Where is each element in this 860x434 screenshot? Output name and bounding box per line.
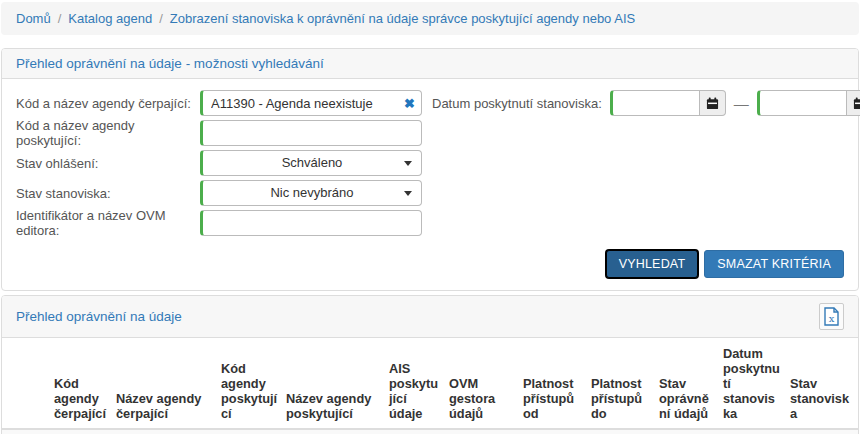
stav-stanoviska-select[interactable]: Nic nevybráno (200, 180, 422, 206)
agenda-cerpajici-field-wrap: ✖ (200, 90, 422, 116)
col-stav-stanoviska: Stav stanoviska (786, 338, 858, 429)
col-datum-poskytnuti-stanoviska: Datum poskytnutí stanoviska (719, 338, 786, 429)
agenda-poskytujici-field-wrap (200, 120, 422, 146)
date-range-group: Datum poskytnutí stanoviska: — (432, 90, 858, 116)
date-to-input[interactable] (757, 90, 847, 116)
col-actions (2, 338, 50, 429)
cell-platnost-do (587, 429, 655, 434)
stav-stanoviska-value: Nic nevybráno (270, 181, 353, 205)
table-row: A11390 Agenda neexistuje A116 Agenda ciz… (2, 429, 858, 434)
date-range-separator: — (734, 95, 749, 112)
chevron-down-icon (404, 161, 412, 166)
form-row-stav-ohlaseni: Stav ohlášení: Schváleno (16, 150, 844, 176)
col-ovm-gestora-udaju: OVM gestora údajů (445, 338, 519, 429)
col-kod-agendy-cerpajici: Kód agendy čerpající (50, 338, 112, 429)
stav-ohlaseni-select[interactable]: Schváleno (200, 150, 422, 176)
col-nazev-agendy-cerpajici: Název agendy čerpající (112, 338, 217, 429)
search-buttons-row: VYHLEDAT SMAZAT KRITÉRIA (16, 250, 844, 278)
results-panel-header: Přehled oprávnění na údaje x (2, 296, 858, 338)
datum-stanoviska-label: Datum poskytnutí stanoviska: (432, 96, 602, 111)
search-button[interactable]: VYHLEDAT (606, 250, 699, 278)
calendar-icon (706, 97, 719, 110)
breadcrumb-separator: / (58, 11, 62, 26)
form-row-stav-stanoviska: Stav stanoviska: Nic nevybráno (16, 180, 844, 206)
svg-text:x: x (829, 313, 835, 324)
ovm-editor-field-wrap (200, 210, 422, 236)
row-actions-cell (2, 429, 50, 434)
breadcrumb-home-link[interactable]: Domů (16, 11, 51, 26)
agenda-cerpajici-input[interactable] (203, 91, 421, 115)
breadcrumb: Domů / Katalog agend / Zobrazení stanovi… (1, 2, 859, 35)
breadcrumb-katalog-agend-link[interactable]: Katalog agend (68, 11, 152, 26)
search-panel: Přehled oprávnění na údaje - možnosti vy… (1, 48, 859, 291)
stav-ohlaseni-label: Stav ohlášení: (16, 156, 200, 171)
col-platnost-pristupu-do: Platnost přístupů do (587, 338, 655, 429)
cell-stav-stanoviska: Souhlasné stanovisko (786, 429, 858, 434)
clear-criteria-button[interactable]: SMAZAT KRITÉRIA (704, 250, 844, 278)
table-header-row: Kód agendy čerpající Název agendy čerpaj… (2, 338, 858, 429)
date-to-wrap (757, 90, 860, 116)
results-panel-title: Přehled oprávnění na údaje (16, 309, 182, 324)
results-table: Kód agendy čerpající Název agendy čerpaj… (2, 338, 858, 434)
cell-ovm-gestor: 00007064 - Ministerstvo vnitra (445, 429, 519, 434)
cell-stav-opravneni: Schváleno (655, 429, 719, 434)
ovm-editor-input[interactable] (203, 211, 421, 235)
calendar-button[interactable] (847, 90, 860, 116)
excel-export-icon: x (824, 307, 839, 326)
calendar-icon (853, 97, 860, 110)
ovm-editor-label: Identifikátor a název OVM editora: (16, 208, 200, 238)
col-nazev-agendy-poskytujici: Název agendy poskytující (282, 338, 385, 429)
stav-ohlaseni-value: Schváleno (282, 151, 343, 175)
cell-nazev-poskytujici: Agenda cizinecká a ochrany státních hran… (282, 429, 385, 434)
search-panel-title: Přehled oprávnění na údaje - možnosti vy… (16, 56, 324, 71)
cell-nazev-cerpajici: Agenda neexistuje (112, 429, 217, 434)
search-form: Kód a název agendy čerpající: ✖ Kód a ná… (2, 79, 858, 290)
cell-ais (385, 429, 445, 434)
cell-kod-cerpajici: A11390 (50, 429, 112, 434)
date-from-wrap (610, 90, 726, 116)
results-panel: Přehled oprávnění na údaje x Kód agendy … (1, 295, 859, 434)
col-ais-poskytujici-udaje: AIS poskytující údaje (385, 338, 445, 429)
form-row-ovm-editor: Identifikátor a název OVM editora: (16, 210, 844, 236)
col-platnost-pristupu-od: Platnost přístupů od (519, 338, 587, 429)
clear-icon[interactable]: ✖ (404, 97, 415, 110)
agenda-cerpajici-label: Kód a název agendy čerpající: (16, 96, 200, 111)
col-stav-opravneni-udaju: Stav oprávnění údajů (655, 338, 719, 429)
date-from-input[interactable] (610, 90, 700, 116)
stav-stanoviska-label: Stav stanoviska: (16, 186, 200, 201)
cell-datum-stanoviska: 24.06.2022 (719, 429, 786, 434)
agenda-poskytujici-input[interactable] (203, 121, 421, 145)
breadcrumb-current-page[interactable]: Zobrazení stanoviska k oprávnění na údaj… (170, 11, 635, 26)
col-kod-agendy-poskytujici: Kód agendy poskytující (217, 338, 282, 429)
excel-export-button[interactable]: x (819, 303, 844, 330)
calendar-button[interactable] (700, 90, 726, 116)
cell-platnost-od: 25.06.2022 (519, 429, 587, 434)
search-panel-header: Přehled oprávnění na údaje - možnosti vy… (2, 49, 858, 79)
agenda-poskytujici-label: Kód a název agendy poskytující: (16, 118, 200, 148)
cell-kod-poskytujici: A116 (217, 429, 282, 434)
breadcrumb-separator: / (159, 11, 163, 26)
form-row-agenda-poskytujici: Kód a název agendy poskytující: (16, 120, 844, 146)
chevron-down-icon (404, 191, 412, 196)
